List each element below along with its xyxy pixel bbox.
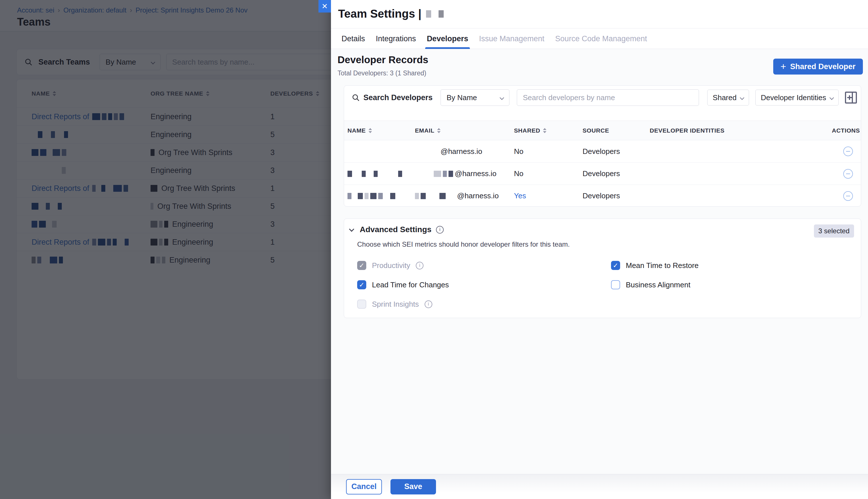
drawer-title: Team Settings | bbox=[338, 8, 445, 20]
col-email-label: EMAIL bbox=[415, 127, 434, 134]
col-actions-label: ACTIONS bbox=[832, 127, 860, 134]
sprint-insights-checkbox[interactable] bbox=[357, 300, 366, 309]
shared-filter-value: Shared bbox=[713, 93, 736, 102]
developer-identities-value: Developer Identities bbox=[761, 93, 826, 102]
shared-developer-button[interactable]: + Shared Developer bbox=[773, 59, 863, 74]
developer-name bbox=[348, 171, 415, 177]
drawer-body: Developer Records Total Developers: 3 (1… bbox=[331, 49, 868, 474]
developer-identities-select[interactable]: Developer Identities bbox=[755, 89, 839, 106]
redacted-team-title bbox=[426, 10, 445, 17]
lead-time-checkbox[interactable]: ✓ bbox=[357, 280, 366, 289]
developer-filter-row: Search Developers By Name Shared Devel bbox=[348, 89, 857, 106]
close-icon: ✕ bbox=[322, 2, 328, 11]
developer-name bbox=[348, 193, 415, 199]
email-suffix: @harness.io bbox=[455, 169, 496, 178]
remove-developer-button[interactable] bbox=[843, 147, 853, 156]
plus-icon: + bbox=[781, 61, 786, 71]
col-identities-label: DEVELOPER IDENTITIES bbox=[650, 127, 725, 134]
search-developers-input[interactable] bbox=[517, 89, 699, 106]
chevron-down-icon bbox=[740, 95, 745, 100]
info-icon[interactable]: i bbox=[436, 226, 444, 234]
redacted-email-prefix bbox=[415, 148, 441, 155]
cancel-button[interactable]: Cancel bbox=[346, 479, 382, 495]
checkbox-item-lead-time: ✓ Lead Time for Changes bbox=[357, 280, 449, 289]
developer-records-card: Search Developers By Name Shared Devel bbox=[344, 85, 861, 207]
redacted-email-prefix bbox=[415, 171, 455, 177]
drawer-title-text: Team Settings | bbox=[338, 8, 421, 20]
advanced-settings-description: Choose which SEI metrics should honor de… bbox=[357, 240, 570, 248]
info-icon[interactable]: i bbox=[416, 262, 423, 269]
sprint-insights-label: Sprint Insights bbox=[372, 300, 419, 309]
save-button[interactable]: Save bbox=[390, 479, 436, 495]
info-icon[interactable]: i bbox=[425, 301, 432, 308]
shared-developer-button-label: Shared Developer bbox=[790, 62, 855, 71]
remove-developer-button[interactable] bbox=[843, 191, 853, 201]
source-value: Developers bbox=[582, 192, 650, 200]
shared-value: Yes bbox=[514, 192, 582, 200]
col-source-label: SOURCE bbox=[582, 127, 609, 134]
developer-table-header: NAME EMAIL SHARED SOURCE DEVELOPER IDENT… bbox=[344, 121, 861, 140]
chevron-down-icon bbox=[500, 95, 504, 100]
checkbox-item-sprint-insights: Sprint Insights i bbox=[357, 300, 449, 309]
advanced-settings-title[interactable]: Advanced Settings bbox=[360, 225, 432, 234]
search-by-value: By Name bbox=[447, 93, 477, 102]
source-value: Developers bbox=[582, 169, 650, 178]
business-alignment-label: Business Alignment bbox=[626, 280, 690, 289]
mean-time-to-restore-label: Mean Time to Restore bbox=[626, 261, 699, 270]
search-icon bbox=[351, 93, 360, 102]
drawer-footer: Cancel Save bbox=[331, 474, 868, 499]
shared-filter-select[interactable]: Shared bbox=[707, 89, 749, 106]
lead-time-label: Lead Time for Changes bbox=[372, 280, 449, 289]
tab-developers[interactable]: Developers bbox=[427, 28, 468, 49]
app-root: Account: sei › Organization: default › P… bbox=[0, 0, 868, 499]
drawer-titlebar: Team Settings | bbox=[331, 0, 868, 28]
redacted-name bbox=[348, 193, 397, 199]
tab-details[interactable]: Details bbox=[341, 28, 365, 49]
col-shared-label: SHARED bbox=[514, 127, 540, 134]
source-value: Developers bbox=[582, 147, 650, 156]
chevron-down-icon bbox=[830, 95, 834, 100]
search-by-select[interactable]: By Name bbox=[441, 89, 509, 106]
collapse-chevron-icon[interactable] bbox=[349, 227, 354, 232]
email-suffix: @harness.io bbox=[457, 192, 498, 200]
mean-time-to-restore-checkbox[interactable]: ✓ bbox=[611, 261, 620, 270]
drawer-tabs: Details Integrations Developers Issue Ma… bbox=[341, 28, 647, 49]
checkbox-item-productivity: ✓ Productivity i bbox=[357, 261, 449, 270]
team-settings-drawer: Team Settings | Details Integrations Dev… bbox=[331, 0, 868, 499]
col-name-label: NAME bbox=[348, 127, 366, 134]
tab-source-code-management: Source Code Management bbox=[555, 28, 647, 49]
developer-row: @harness.io Yes Developers bbox=[344, 185, 861, 207]
redacted-name bbox=[348, 171, 404, 177]
productivity-label: Productivity bbox=[372, 261, 410, 270]
tab-issue-management: Issue Management bbox=[479, 28, 544, 49]
search-developers-label: Search Developers bbox=[363, 93, 433, 102]
selected-count-badge: 3 selected bbox=[814, 224, 854, 238]
developer-records-title: Developer Records bbox=[338, 54, 428, 65]
close-button[interactable]: ✕ bbox=[318, 0, 331, 13]
total-developers-text: Total Developers: 3 (1 Shared) bbox=[338, 70, 426, 77]
sort-name-icon[interactable] bbox=[369, 128, 372, 133]
sort-shared-icon[interactable] bbox=[543, 128, 546, 133]
advanced-settings-card: Advanced Settings i 3 selected Choose wh… bbox=[344, 219, 861, 318]
business-alignment-checkbox[interactable] bbox=[611, 280, 620, 289]
redacted-email-prefix bbox=[415, 193, 457, 199]
email-suffix: @harness.io bbox=[441, 147, 482, 156]
remove-developer-button[interactable] bbox=[843, 169, 853, 179]
productivity-checkbox[interactable]: ✓ bbox=[357, 261, 366, 270]
shared-value: No bbox=[514, 147, 582, 156]
checkbox-item-mean-time-to-restore: ✓ Mean Time to Restore bbox=[611, 261, 699, 270]
checkbox-item-business-alignment: Business Alignment bbox=[611, 280, 699, 289]
shared-value: No bbox=[514, 169, 582, 178]
add-column-icon[interactable] bbox=[845, 92, 857, 104]
tab-integrations[interactable]: Integrations bbox=[376, 28, 416, 49]
developer-row: @harness.io No Developers bbox=[344, 162, 861, 185]
sort-email-icon[interactable] bbox=[437, 128, 441, 133]
developer-row: @harness.io No Developers bbox=[344, 140, 861, 162]
